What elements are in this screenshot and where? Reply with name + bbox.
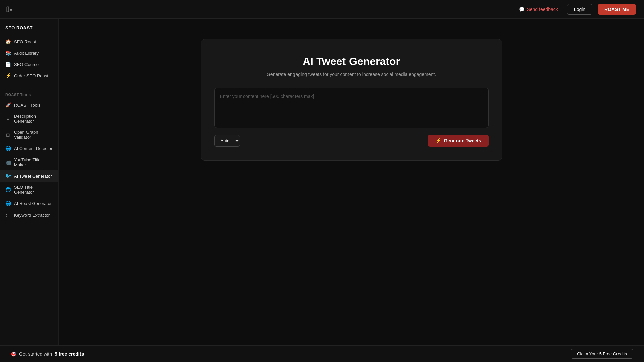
sidebar-label-ai-tweet: AI Tweet Generator <box>14 174 52 179</box>
divider <box>0 84 58 84</box>
sidebar-label-open-graph: Open Graph Validator <box>14 130 53 140</box>
main-content: AI Tweet Generator Generate engaging twe… <box>59 19 644 362</box>
sidebar-label-order: Order SEO Roast <box>14 73 48 78</box>
generate-icon: ⚡ <box>435 138 441 143</box>
sidebar-brand: SEO ROAST <box>0 24 58 36</box>
sidebar-item-ai-roast-generator[interactable]: 🌐 AI Roast Generator <box>0 198 58 209</box>
youtube-icon: 📹 <box>5 160 11 165</box>
home-icon: 🏠 <box>5 39 11 44</box>
sidebar-item-roast-tools[interactable]: 🚀 ROAST Tools <box>0 99 58 111</box>
sidebar-label-seo-course: SEO Course <box>14 62 39 67</box>
feedback-icon: 💬 <box>519 7 525 12</box>
svg-rect-0 <box>7 7 9 12</box>
tool-card: AI Tweet Generator Generate engaging twe… <box>201 39 502 161</box>
sidebar-item-audit-library[interactable]: 📚 Audit Library <box>0 47 58 59</box>
ai-roast-icon: 🌐 <box>5 201 11 206</box>
send-feedback-button[interactable]: 💬 Send feedback <box>516 5 561 14</box>
sidebar-label-seo-roast: SEO Roast <box>14 39 36 44</box>
sidebar-label-keyword: Keyword Extractor <box>14 213 50 218</box>
claim-credits-button[interactable]: Claim Your 5 Free Credits <box>571 349 633 359</box>
sidebar-item-seo-roast[interactable]: 🏠 SEO Roast <box>0 36 58 47</box>
sidebar-label-description-generator: Description Generator <box>14 114 53 124</box>
sidebar-item-ai-tweet-generator[interactable]: 🐦 AI Tweet Generator <box>0 170 58 182</box>
roast-me-button[interactable]: ROAST ME <box>598 4 636 15</box>
auto-select[interactable]: Auto <box>214 135 240 147</box>
keyword-icon: 🏷 <box>5 212 11 218</box>
send-feedback-label: Send feedback <box>527 7 558 12</box>
sidebar-label-audit-library: Audit Library <box>14 51 39 56</box>
sidebar-label-ai-roast: AI Roast Generator <box>14 201 52 206</box>
content-textarea[interactable] <box>214 88 489 128</box>
sidebar-label-seo-title: SEO Title Generator <box>14 185 53 195</box>
generate-tweets-button[interactable]: ⚡ Generate Tweets <box>428 135 488 147</box>
sidebar-label-youtube: YouTube Title Maker <box>14 157 53 167</box>
sidebar-label-roast-tools: ROAST Tools <box>14 103 40 108</box>
sidebar-item-open-graph-validator[interactable]: ◻ Open Graph Validator <box>0 127 58 143</box>
sidebar-item-order-seo-roast[interactable]: ⚡ Order SEO Roast <box>0 70 58 81</box>
header: 💬 Send feedback Login ROAST ME <box>0 0 644 19</box>
description-icon: ≡ <box>5 116 11 121</box>
tool-actions: Auto ⚡ Generate Tweets <box>214 135 489 147</box>
sidebar-label-ai-content: AI Content Detector <box>14 146 52 151</box>
sidebar-item-seo-course[interactable]: 📄 SEO Course <box>0 59 58 70</box>
roast-tools-section-label: ROAST Tools <box>0 87 58 99</box>
page-subtitle: Generate engaging tweets for your conten… <box>214 72 489 77</box>
credits-highlight: 5 free credits <box>55 351 84 357</box>
header-left <box>0 0 19 19</box>
bottom-bar: 🎯 Get started with 5 free credits Claim … <box>0 345 644 362</box>
roast-tools-icon: 🚀 <box>5 102 11 108</box>
sidebar-item-description-generator[interactable]: ≡ Description Generator <box>0 111 58 127</box>
credits-prefix: Get started with <box>19 351 52 357</box>
audit-icon: 📚 <box>5 50 11 56</box>
sidebar: SEO ROAST 🏠 SEO Roast 📚 Audit Library 📄 … <box>0 19 59 362</box>
sidebar-item-ai-content-detector[interactable]: 🌐 AI Content Detector <box>0 143 58 154</box>
sidebar-item-keyword-extractor[interactable]: 🏷 Keyword Extractor <box>0 209 58 221</box>
credits-emoji: 🎯 <box>11 351 16 357</box>
sidebar-item-youtube-title-maker[interactable]: 📹 YouTube Title Maker <box>0 154 58 170</box>
sidebar-item-seo-title-generator[interactable]: 🌐 SEO Title Generator <box>0 182 58 198</box>
ai-content-icon: 🌐 <box>5 146 11 151</box>
tweet-icon: 🐦 <box>5 173 11 179</box>
sidebar-toggle-button[interactable] <box>0 0 19 19</box>
seo-title-icon: 🌐 <box>5 187 11 192</box>
free-credits-info: 🎯 Get started with 5 free credits <box>11 351 84 357</box>
generate-label: Generate Tweets <box>444 138 481 143</box>
order-icon: ⚡ <box>5 73 11 78</box>
header-right: 💬 Send feedback Login ROAST ME <box>516 4 636 15</box>
course-icon: 📄 <box>5 62 11 67</box>
open-graph-icon: ◻ <box>5 132 11 137</box>
app-body: SEO ROAST 🏠 SEO Roast 📚 Audit Library 📄 … <box>0 19 644 362</box>
page-title: AI Tweet Generator <box>214 55 489 68</box>
login-button[interactable]: Login <box>567 4 592 15</box>
